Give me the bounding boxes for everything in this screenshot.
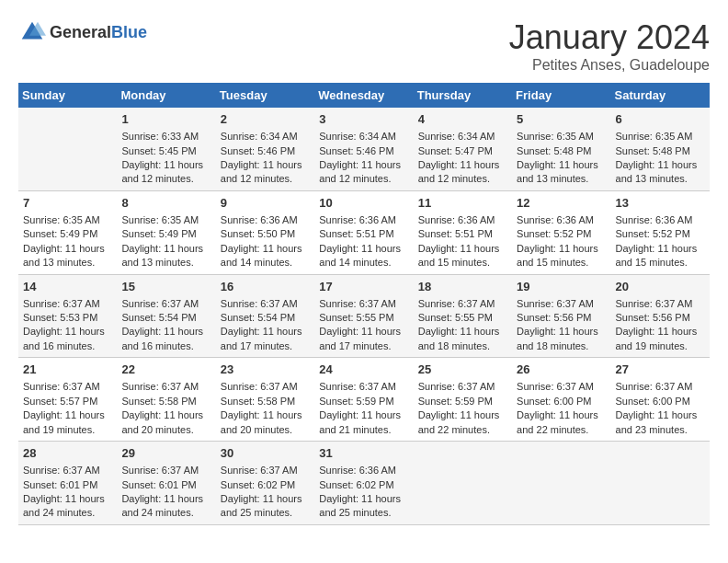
day-cell: 25Sunrise: 6:37 AMSunset: 5:59 PMDayligh… bbox=[414, 358, 512, 442]
day-cell: 18Sunrise: 6:37 AMSunset: 5:55 PMDayligh… bbox=[414, 274, 512, 358]
day-cell: 2Sunrise: 6:34 AMSunset: 5:46 PMDaylight… bbox=[216, 108, 314, 190]
logo-text-general: General bbox=[50, 23, 111, 41]
day-cell: 4Sunrise: 6:34 AMSunset: 5:47 PMDaylight… bbox=[414, 108, 512, 190]
day-number: 5 bbox=[517, 111, 606, 128]
day-cell: 23Sunrise: 6:37 AMSunset: 5:58 PMDayligh… bbox=[216, 358, 314, 442]
sunrise: Sunrise: 6:37 AM bbox=[517, 381, 594, 392]
day-number: 4 bbox=[418, 111, 507, 128]
sunset: Sunset: 5:54 PM bbox=[221, 312, 295, 323]
day-number: 20 bbox=[616, 279, 705, 295]
daylight: Daylight: 11 hours and 22 minutes. bbox=[418, 409, 500, 434]
daylight: Daylight: 11 hours and 15 minutes. bbox=[616, 243, 698, 268]
day-cell: 21Sunrise: 6:37 AMSunset: 5:57 PMDayligh… bbox=[18, 358, 117, 442]
day-cell: 3Sunrise: 6:34 AMSunset: 5:46 PMDaylight… bbox=[314, 108, 413, 190]
column-header-tuesday: Tuesday bbox=[216, 83, 314, 108]
sunrise: Sunrise: 6:36 AM bbox=[418, 214, 495, 225]
sunset: Sunset: 6:02 PM bbox=[221, 479, 295, 490]
week-row-1: 1Sunrise: 6:33 AMSunset: 5:45 PMDaylight… bbox=[18, 108, 710, 190]
daylight: Daylight: 11 hours and 22 minutes. bbox=[517, 409, 598, 434]
day-cell bbox=[18, 108, 117, 190]
sunrise: Sunrise: 6:37 AM bbox=[517, 298, 594, 309]
header-row: SundayMondayTuesdayWednesdayThursdayFrid… bbox=[18, 83, 710, 108]
day-cell: 28Sunrise: 6:37 AMSunset: 6:01 PMDayligh… bbox=[18, 442, 117, 525]
location-title: Petites Anses, Guadeloupe bbox=[509, 57, 710, 74]
sunset: Sunset: 6:00 PM bbox=[616, 396, 690, 407]
sunset: Sunset: 5:56 PM bbox=[616, 312, 690, 323]
sunrise: Sunrise: 6:36 AM bbox=[319, 465, 396, 476]
day-number: 25 bbox=[418, 362, 507, 378]
sunset: Sunset: 5:57 PM bbox=[23, 396, 97, 407]
sunrise: Sunrise: 6:35 AM bbox=[616, 131, 693, 142]
sunrise: Sunrise: 6:33 AM bbox=[121, 131, 199, 142]
sunset: Sunset: 5:52 PM bbox=[616, 228, 690, 239]
day-cell: 15Sunrise: 6:37 AMSunset: 5:54 PMDayligh… bbox=[117, 274, 215, 358]
day-number: 18 bbox=[418, 279, 507, 295]
sunrise: Sunrise: 6:36 AM bbox=[616, 214, 693, 225]
day-cell: 26Sunrise: 6:37 AMSunset: 6:00 PMDayligh… bbox=[512, 358, 610, 442]
sunrise: Sunrise: 6:36 AM bbox=[319, 214, 396, 225]
daylight: Daylight: 11 hours and 16 minutes. bbox=[23, 326, 105, 350]
daylight: Daylight: 11 hours and 13 minutes. bbox=[121, 243, 203, 268]
sunrise: Sunrise: 6:35 AM bbox=[517, 131, 594, 142]
daylight: Daylight: 11 hours and 15 minutes. bbox=[418, 243, 500, 268]
daylight: Daylight: 11 hours and 13 minutes. bbox=[517, 159, 598, 184]
sunset: Sunset: 6:01 PM bbox=[121, 479, 196, 490]
daylight: Daylight: 11 hours and 15 minutes. bbox=[517, 243, 598, 268]
sunset: Sunset: 5:49 PM bbox=[23, 228, 97, 239]
day-number: 13 bbox=[616, 195, 705, 212]
day-cell: 24Sunrise: 6:37 AMSunset: 5:59 PMDayligh… bbox=[314, 358, 413, 442]
title-block: January 2024 Petites Anses, Guadeloupe bbox=[509, 18, 710, 74]
day-cell: 9Sunrise: 6:36 AMSunset: 5:50 PMDaylight… bbox=[216, 190, 314, 274]
sunset: Sunset: 5:59 PM bbox=[418, 396, 493, 407]
sunrise: Sunrise: 6:36 AM bbox=[221, 214, 298, 225]
day-cell: 11Sunrise: 6:36 AMSunset: 5:51 PMDayligh… bbox=[414, 190, 512, 274]
daylight: Daylight: 11 hours and 14 minutes. bbox=[221, 243, 302, 268]
day-number: 7 bbox=[23, 195, 112, 212]
day-number: 6 bbox=[616, 111, 705, 128]
daylight: Daylight: 11 hours and 21 minutes. bbox=[319, 409, 401, 434]
sunrise: Sunrise: 6:37 AM bbox=[319, 381, 396, 392]
daylight: Daylight: 11 hours and 12 minutes. bbox=[221, 159, 302, 184]
day-cell: 14Sunrise: 6:37 AMSunset: 5:53 PMDayligh… bbox=[18, 274, 117, 358]
sunset: Sunset: 5:47 PM bbox=[418, 145, 493, 156]
sunset: Sunset: 5:58 PM bbox=[121, 396, 196, 407]
sunrise: Sunrise: 6:35 AM bbox=[121, 214, 199, 225]
day-number: 26 bbox=[517, 362, 606, 378]
week-row-3: 14Sunrise: 6:37 AMSunset: 5:53 PMDayligh… bbox=[18, 274, 710, 358]
daylight: Daylight: 11 hours and 20 minutes. bbox=[121, 409, 203, 434]
day-number: 9 bbox=[221, 195, 310, 212]
logo: GeneralBlue bbox=[18, 18, 147, 46]
daylight: Daylight: 11 hours and 25 minutes. bbox=[319, 493, 401, 518]
sunset: Sunset: 5:54 PM bbox=[121, 312, 196, 323]
sunrise: Sunrise: 6:37 AM bbox=[121, 381, 199, 392]
day-cell: 22Sunrise: 6:37 AMSunset: 5:58 PMDayligh… bbox=[117, 358, 215, 442]
day-cell bbox=[512, 442, 610, 525]
daylight: Daylight: 11 hours and 20 minutes. bbox=[221, 409, 302, 434]
daylight: Daylight: 11 hours and 14 minutes. bbox=[319, 243, 401, 268]
daylight: Daylight: 11 hours and 18 minutes. bbox=[418, 326, 500, 350]
month-title: January 2024 bbox=[509, 18, 710, 57]
sunrise: Sunrise: 6:37 AM bbox=[418, 298, 495, 309]
week-row-5: 28Sunrise: 6:37 AMSunset: 6:01 PMDayligh… bbox=[18, 442, 710, 525]
day-cell: 8Sunrise: 6:35 AMSunset: 5:49 PMDaylight… bbox=[117, 190, 215, 274]
day-number: 21 bbox=[23, 362, 112, 378]
day-cell: 20Sunrise: 6:37 AMSunset: 5:56 PMDayligh… bbox=[611, 274, 710, 358]
sunset: Sunset: 5:55 PM bbox=[319, 312, 393, 323]
daylight: Daylight: 11 hours and 16 minutes. bbox=[121, 326, 203, 350]
day-cell: 16Sunrise: 6:37 AMSunset: 5:54 PMDayligh… bbox=[216, 274, 314, 358]
sunrise: Sunrise: 6:36 AM bbox=[517, 214, 594, 225]
day-number: 11 bbox=[418, 195, 507, 212]
sunset: Sunset: 5:51 PM bbox=[418, 228, 493, 239]
sunset: Sunset: 5:59 PM bbox=[319, 396, 393, 407]
page-header: GeneralBlue January 2024 Petites Anses, … bbox=[18, 18, 710, 74]
day-number: 3 bbox=[319, 111, 408, 128]
sunrise: Sunrise: 6:37 AM bbox=[221, 298, 298, 309]
day-number: 15 bbox=[121, 279, 210, 295]
daylight: Daylight: 11 hours and 18 minutes. bbox=[517, 326, 598, 350]
daylight: Daylight: 11 hours and 25 minutes. bbox=[221, 493, 302, 518]
day-cell: 31Sunrise: 6:36 AMSunset: 6:02 PMDayligh… bbox=[314, 442, 413, 525]
sunset: Sunset: 5:52 PM bbox=[517, 228, 591, 239]
day-number: 23 bbox=[221, 362, 310, 378]
sunset: Sunset: 5:46 PM bbox=[221, 145, 295, 156]
daylight: Daylight: 11 hours and 17 minutes. bbox=[221, 326, 302, 350]
